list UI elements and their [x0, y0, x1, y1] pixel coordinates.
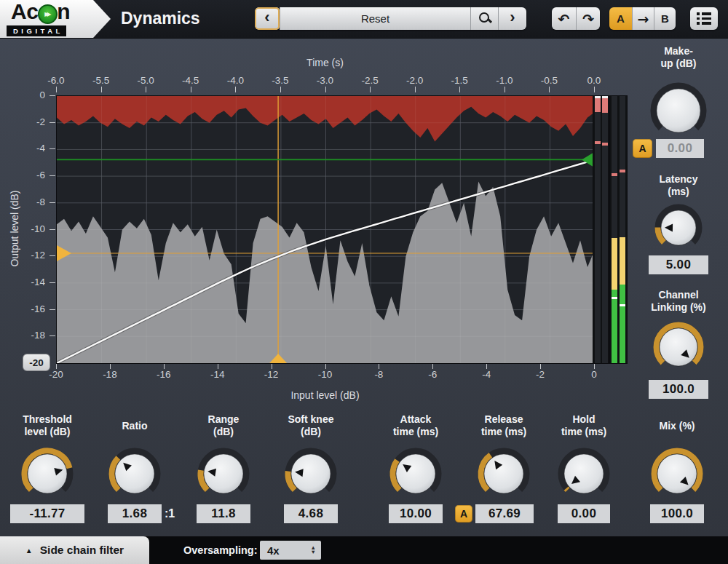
release-knob-face[interactable] — [484, 454, 523, 493]
undo-redo-group: ↶ ↷ — [552, 7, 600, 30]
input-tick-mark — [594, 364, 595, 369]
ratio-knob[interactable] — [107, 446, 162, 501]
soft-knee-knob-face[interactable] — [291, 454, 331, 493]
brand-sub: DIGITAL — [7, 25, 66, 36]
preset-name-field[interactable]: Reset — [280, 7, 470, 30]
input-tick-mark — [540, 364, 541, 369]
channel-linking-value[interactable]: 100.0 — [649, 380, 708, 399]
dynamics-plot[interactable] — [57, 96, 595, 363]
time-tick-label: -2.5 — [354, 75, 386, 86]
preset-search-button[interactable] — [470, 7, 498, 30]
oversampling-select[interactable]: 4x ▲▼ — [260, 541, 321, 560]
makeup-label: Make-up (dB) — [624, 44, 728, 71]
ab-a-button[interactable]: A — [609, 7, 632, 30]
ratio-value[interactable]: 1.68 — [108, 504, 162, 523]
ratio-value-suffix: :1 — [165, 504, 175, 523]
time-tick-label: -3.5 — [264, 75, 296, 86]
range-knob-face[interactable] — [204, 454, 243, 493]
attack-knob-face[interactable] — [396, 454, 435, 493]
side-chain-filter-label: Side chain filter — [40, 544, 124, 557]
output-tick-mark — [50, 335, 55, 336]
brand-play-icon: ▶▶ — [38, 4, 58, 24]
range-value[interactable]: 11.8 — [197, 504, 250, 523]
hold-knob-holder — [556, 446, 612, 501]
hold-knob-face[interactable] — [564, 454, 604, 493]
output-axis-title: Output level (dB) — [9, 181, 20, 276]
range-zoom-badge[interactable]: -20 — [23, 354, 50, 371]
level-meter-bar — [612, 96, 617, 363]
mix-knob-face[interactable] — [657, 454, 697, 493]
time-tick-label: -2.0 — [399, 75, 431, 86]
collapse-triangle-icon: ▲ — [25, 547, 33, 555]
input-tick-mark — [110, 364, 111, 369]
input-tick-mark — [379, 364, 379, 369]
ab-b-button[interactable]: B — [654, 7, 676, 30]
soft-knee-knob[interactable] — [283, 446, 339, 501]
latency-knob[interactable] — [653, 202, 704, 253]
gr-hold-mark — [595, 141, 601, 144]
list-menu-icon — [697, 12, 711, 25]
release-knob[interactable] — [476, 446, 531, 501]
makeup-knob-face[interactable] — [657, 89, 700, 132]
time-axis-title: Time (s) — [282, 57, 369, 68]
channel-linking-knob[interactable] — [652, 320, 705, 374]
plot-area[interactable] — [56, 95, 596, 364]
release-knob-holder — [476, 446, 531, 501]
ratio-knob-face[interactable] — [115, 454, 154, 493]
makeup-value[interactable]: 0.00 — [656, 139, 704, 158]
attack-value[interactable]: 10.00 — [389, 504, 443, 523]
oversampling-value: 4x — [260, 544, 311, 557]
time-tick-mark — [191, 87, 191, 92]
brand-name: Ac▶▶n — [11, 0, 70, 24]
channel-linking-knob-face[interactable] — [660, 328, 697, 366]
latency-label: Latency(ms) — [624, 172, 728, 199]
ab-copy-button[interactable]: → — [632, 7, 654, 30]
time-tick-mark — [505, 87, 505, 92]
input-tick-mark — [56, 364, 57, 369]
side-chain-filter-toggle[interactable]: ▲ Side chain filter — [0, 536, 149, 564]
time-tick-label: -3.0 — [309, 75, 341, 86]
gr-fill — [602, 98, 608, 113]
input-tick-label: -2 — [524, 369, 556, 380]
output-tick-mark — [50, 122, 55, 123]
undo-button[interactable]: ↶ — [552, 7, 576, 30]
oversampling-label: Oversampling: — [183, 536, 258, 564]
time-tick-label: -0.5 — [533, 75, 565, 86]
makeup-auto-button[interactable]: A — [633, 139, 652, 158]
attack-knob[interactable] — [388, 446, 443, 501]
time-tick-mark — [56, 87, 57, 92]
mix-knob-holder — [649, 446, 705, 501]
preset-next-button[interactable]: › — [498, 7, 526, 30]
output-tick-mark — [50, 255, 55, 256]
threshold-knob[interactable] — [20, 446, 75, 501]
preset-prev-button[interactable]: ‹ — [255, 7, 280, 30]
latency-value[interactable]: 5.00 — [649, 255, 708, 274]
release-auto-button[interactable]: A — [455, 505, 472, 523]
output-tick-label: 0 — [22, 90, 45, 100]
gr-fill — [595, 98, 601, 112]
hold-knob[interactable] — [556, 446, 612, 501]
hold-value[interactable]: 0.00 — [558, 504, 610, 523]
output-tick-label: -12 — [22, 250, 45, 261]
menu-button[interactable] — [690, 7, 718, 30]
output-tick-label: -16 — [22, 303, 45, 314]
output-tick-label: -14 — [22, 277, 45, 287]
threshold-knob-face[interactable] — [28, 454, 67, 493]
makeup-knob[interactable] — [649, 81, 708, 140]
output-level-meter — [609, 95, 628, 364]
time-tick-label: -5.0 — [130, 75, 162, 86]
soft-knee-value[interactable]: 4.68 — [284, 504, 338, 523]
redo-button[interactable]: ↷ — [576, 7, 600, 30]
range-knob[interactable] — [196, 446, 251, 501]
mix-knob[interactable] — [649, 446, 705, 501]
time-tick-mark — [415, 87, 416, 92]
output-tick-label: -2 — [22, 116, 45, 127]
input-tick-mark — [164, 364, 165, 369]
arrow-right-icon: → — [638, 11, 649, 27]
input-tick-mark — [272, 364, 272, 369]
release-value[interactable]: 67.69 — [475, 504, 534, 523]
latency-knob-holder — [653, 202, 704, 253]
level-peak-mark — [612, 297, 617, 299]
mix-value[interactable]: 100.0 — [650, 504, 704, 523]
threshold-value[interactable]: -11.77 — [10, 504, 84, 523]
